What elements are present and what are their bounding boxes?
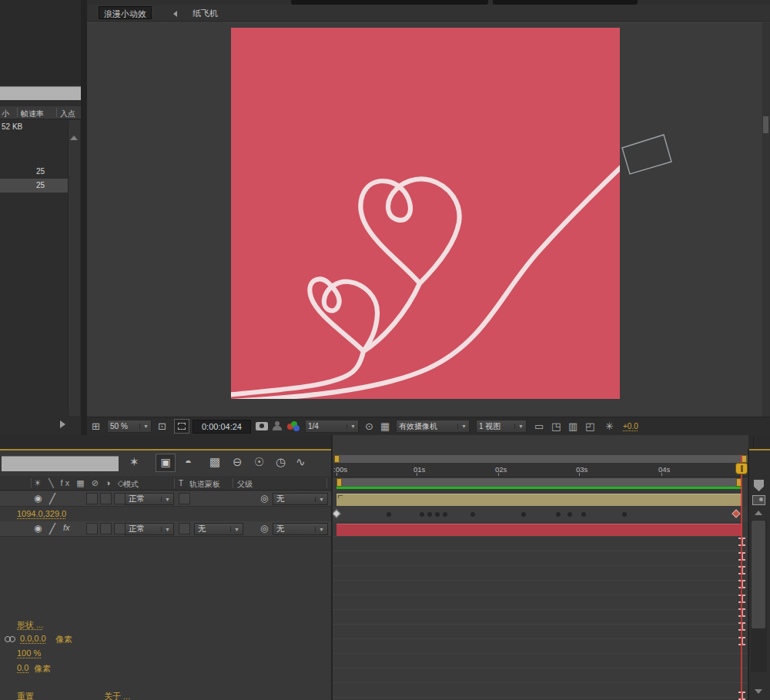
project-search-field[interactable] <box>0 86 81 100</box>
work-area-bar[interactable] <box>336 478 742 487</box>
blur-ball-icon[interactable]: ☉ <box>254 455 264 469</box>
mini-flowchart-icon[interactable]: ◰ <box>585 420 594 432</box>
eye-icon[interactable]: ◉ <box>34 493 42 504</box>
comp-flowchart-icon[interactable]: ✶ <box>129 455 139 469</box>
comp-button-icon[interactable] <box>752 495 765 505</box>
column-parent[interactable]: 父级 <box>237 479 253 490</box>
keyframe-dot[interactable] <box>470 512 475 517</box>
keyframe-dot[interactable] <box>387 512 391 517</box>
keyframe-dot[interactable] <box>435 512 440 517</box>
offset-value[interactable]: 0.0,0.0 <box>20 634 46 643</box>
switch-box[interactable] <box>179 493 190 504</box>
project-vertical-scrollbar[interactable] <box>68 120 80 416</box>
magnification-dropdown[interactable]: 50 % ▼ <box>107 420 152 433</box>
column-divider[interactable] <box>56 108 57 117</box>
target-region-icon[interactable]: ⊙ <box>365 420 373 432</box>
column-divider[interactable] <box>17 108 18 117</box>
switch-box[interactable] <box>86 493 98 504</box>
project-item-row[interactable]: 52 KB <box>0 120 68 134</box>
column-inpoint[interactable]: 入点 <box>60 109 75 119</box>
reset-link[interactable]: 重置 <box>17 691 34 700</box>
percent-value[interactable]: 100 % <box>17 648 41 658</box>
layer-row-2[interactable]: ◉ ╱ fx 正常 ▼ 无 ▼ ◎ 无 ▼ <box>0 521 331 537</box>
shy-layers-icon[interactable]: ◓ <box>185 455 192 468</box>
quality-switch-icon[interactable]: ╱ <box>49 493 55 504</box>
safe-margins-icon[interactable]: ⊡ <box>158 420 166 432</box>
switch-box[interactable] <box>114 523 126 534</box>
switch-box[interactable] <box>100 493 112 504</box>
grid-guides-icon[interactable]: ⊞ <box>92 420 100 432</box>
keyframe-dot[interactable] <box>521 512 526 517</box>
motion-blur-icon[interactable]: ⊖ <box>233 455 243 469</box>
layer1-duration-bar[interactable] <box>336 494 742 506</box>
layer2-duration-bar[interactable] <box>336 524 742 536</box>
position-value[interactable]: 1094.0,329.0 <box>17 509 66 518</box>
parent-dropdown[interactable]: 无 ▼ <box>273 493 328 505</box>
exposure-value[interactable]: +0.0 <box>623 422 638 430</box>
column-resize-divider[interactable] <box>331 435 333 700</box>
scroll-up-icon[interactable] <box>755 511 762 515</box>
pixels-value[interactable]: 0.0 <box>17 663 28 672</box>
shape-property[interactable]: 形状 ... <box>17 619 43 631</box>
column-size[interactable]: 小 <box>2 109 9 119</box>
keyframe-dot[interactable] <box>443 512 447 517</box>
pasteboard[interactable] <box>87 22 770 417</box>
frame-blend-icon[interactable]: ▩ <box>209 455 220 469</box>
trackmatte-dropdown[interactable]: 无 ▼ <box>194 523 243 535</box>
show-snapshot-icon[interactable] <box>273 421 282 430</box>
fx-badge[interactable]: fx <box>63 523 70 532</box>
timeline-vertical-scrollbar[interactable] <box>751 520 767 672</box>
workarea-start-handle[interactable] <box>336 478 342 487</box>
timecode-entry-field[interactable] <box>2 456 119 471</box>
brainstorm-icon[interactable]: ◷ <box>276 455 286 469</box>
keyframe-dot[interactable] <box>622 512 627 517</box>
transparency-grid-icon[interactable]: ▦ <box>380 420 390 432</box>
fast-previews-icon[interactable]: ✳ <box>605 420 614 432</box>
scrollbar-thumb[interactable] <box>752 521 765 628</box>
current-view-icon[interactable]: ◳ <box>551 420 561 432</box>
project-item-row-selected[interactable]: 25 <box>0 179 68 193</box>
pickwhip-icon[interactable]: ◎ <box>260 523 268 534</box>
blend-mode-dropdown[interactable]: 正常 ▼ <box>125 493 174 505</box>
snapshot-camera-icon[interactable] <box>256 422 268 430</box>
link-icon[interactable] <box>5 636 17 643</box>
keyframe-diamond[interactable] <box>732 509 741 517</box>
navigator-end-handle[interactable] <box>742 455 747 463</box>
region-of-interest-button[interactable] <box>174 419 189 434</box>
keyframe-dot[interactable] <box>427 512 432 517</box>
keyframe-diamond[interactable] <box>333 509 341 517</box>
keyframe-dot[interactable] <box>581 512 586 517</box>
paper-plane-wireframe[interactable] <box>618 127 688 189</box>
about-link[interactable]: 关于 ... <box>104 691 130 700</box>
comp-marker-bin-icon[interactable] <box>754 480 764 491</box>
resolution-dropdown[interactable]: 1/4 ▼ <box>305 420 359 433</box>
column-mode[interactable]: 模式 <box>123 479 139 490</box>
keyframe-dot[interactable] <box>567 512 572 517</box>
switch-box[interactable] <box>86 523 98 534</box>
scroll-right-icon[interactable] <box>60 420 65 428</box>
auto-keyframe-icon[interactable]: ∿ <box>296 455 306 469</box>
quality-switch-icon[interactable]: ╱ <box>49 523 55 534</box>
active-camera-dropdown[interactable]: 有效摄像机 ▼ <box>396 420 470 433</box>
time-ruler[interactable]: :00s01s02s03s04s <box>333 463 748 477</box>
layer-row-1[interactable]: ◉ ╱ 正常 ▼ ◎ 无 ▼ <box>0 491 331 507</box>
scroll-down-icon[interactable] <box>755 689 762 694</box>
column-t[interactable]: T <box>179 479 183 487</box>
blend-mode-dropdown[interactable]: 正常 ▼ <box>125 523 174 535</box>
toggle-mask-icon[interactable]: ▭ <box>534 420 544 432</box>
draft-3d-button[interactable]: ▣ <box>156 454 176 472</box>
channel-rgb-icon[interactable] <box>287 421 301 431</box>
pixel-aspect-icon[interactable]: ▥ <box>568 420 578 432</box>
keyframe-dot[interactable] <box>420 512 424 517</box>
switch-box[interactable] <box>114 493 126 504</box>
composition-canvas[interactable] <box>231 28 620 399</box>
tab-back-arrow-icon[interactable] <box>173 11 177 17</box>
navigator-start-handle[interactable] <box>334 455 340 463</box>
tab-layer[interactable]: 纸飞机 <box>192 8 218 19</box>
column-framerate[interactable]: 帧速率 <box>21 109 44 119</box>
keyframe-dot[interactable] <box>556 512 561 517</box>
project-item-row[interactable]: 25 <box>0 165 68 179</box>
tab-composition[interactable]: 浪漫小动效 <box>99 6 152 19</box>
playhead-handle[interactable] <box>735 463 748 474</box>
switch-box[interactable] <box>179 523 190 534</box>
